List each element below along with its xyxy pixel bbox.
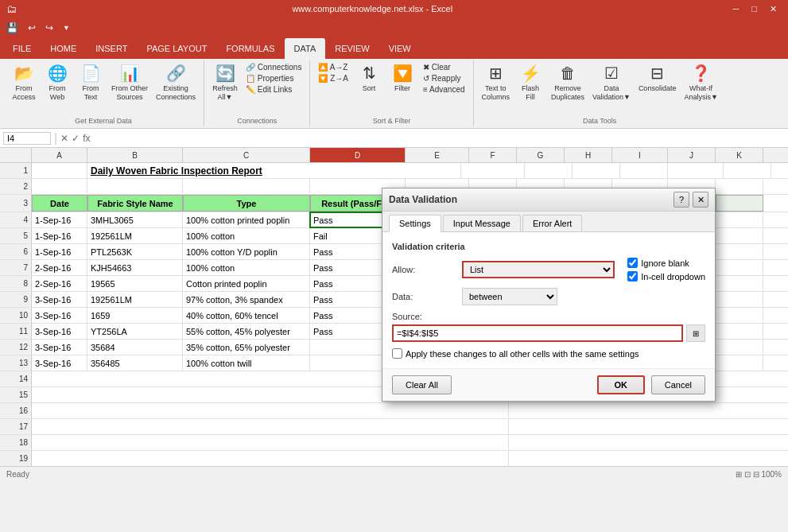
- sort-label: Sort: [363, 84, 376, 93]
- quick-access-toolbar: 💾 ↩ ↪ ▼: [0, 17, 788, 38]
- filter-button[interactable]: 🔽 Filter: [386, 62, 418, 95]
- cell-reference-input[interactable]: [3, 132, 51, 145]
- spreadsheet: A B C D E F G H I J K 1 Daily Woven Fabr…: [0, 148, 788, 482]
- dialog-close-button[interactable]: ✕: [693, 192, 708, 208]
- in-cell-dropdown-label: In-cell dropdown: [641, 272, 705, 282]
- dialog-body: Validation criteria Allow: List Ignore b…: [382, 232, 715, 368]
- data-val-icon: ☑: [604, 64, 619, 83]
- refresh-all-button[interactable]: 🔄 RefreshAll▼: [209, 62, 241, 103]
- source-row: ⊞: [392, 324, 705, 342]
- from-access-icon: 📂: [14, 64, 34, 83]
- apply-checkbox[interactable]: [392, 348, 402, 359]
- connections-label: Connections: [237, 115, 277, 125]
- ribbon-tabs: FILE HOME INSERT PAGE LAYOUT FORMULAS DA…: [0, 38, 788, 59]
- whatif-label: What-IfAnalysis▼: [684, 84, 717, 102]
- data-select[interactable]: between: [462, 288, 557, 305]
- sort-button[interactable]: ⇅ Sort: [353, 62, 385, 95]
- allow-select[interactable]: List: [462, 261, 615, 278]
- formula-input[interactable]: Pass: [94, 133, 786, 144]
- dialog-help-button[interactable]: ?: [673, 192, 689, 208]
- tab-home[interactable]: HOME: [41, 38, 86, 59]
- customize-btn[interactable]: ▼: [60, 22, 73, 33]
- insert-function-icon[interactable]: fx: [83, 133, 90, 144]
- sort-za-button[interactable]: 🔽 Z→A: [315, 73, 351, 83]
- from-web-label: FromWeb: [49, 84, 66, 102]
- dialog-tab-error-alert[interactable]: Error Alert: [522, 215, 583, 231]
- connections-button[interactable]: 🔗 Connections: [243, 62, 305, 72]
- from-text-button[interactable]: 📄 FromText: [75, 62, 107, 103]
- tab-file[interactable]: FILE: [3, 38, 41, 59]
- sort-icon: ⇅: [363, 64, 376, 83]
- undo-btn[interactable]: ↩: [25, 21, 39, 35]
- existing-conn-button[interactable]: 🔗 ExistingConnections: [153, 62, 199, 103]
- tab-view[interactable]: VIEW: [379, 38, 421, 59]
- properties-button[interactable]: 📋 Properties: [243, 73, 305, 83]
- existing-conn-icon: 🔗: [166, 64, 186, 83]
- sort-az-button[interactable]: 🔼 A→Z: [315, 62, 351, 72]
- ribbon-items-data-tools: ⊞ Text toColumns ⚡ FlashFill 🗑 RemoveDup…: [479, 62, 721, 115]
- from-other-icon: 📊: [120, 64, 140, 83]
- existing-conn-label: ExistingConnections: [156, 84, 196, 102]
- ribbon-items-external: 📂 FromAccess 🌐 FromWeb 📄 FromText 📊 From…: [8, 62, 199, 115]
- consolidate-button[interactable]: ⊟ Consolidate: [635, 62, 680, 95]
- clear-button[interactable]: ✖ Clear: [420, 62, 468, 72]
- formula-divider: |: [54, 131, 57, 146]
- source-picker-button[interactable]: ⊞: [686, 324, 705, 342]
- reapply-button[interactable]: ↺ Reapply: [420, 73, 468, 83]
- edit-links-button[interactable]: ✏️ Edit Links: [243, 84, 305, 95]
- redo-btn[interactable]: ↪: [42, 21, 56, 35]
- tab-formulas[interactable]: FORMULAS: [216, 38, 284, 59]
- save-quick-btn[interactable]: 💾: [3, 21, 21, 35]
- ribbon-group-external-data: 📂 FromAccess 🌐 FromWeb 📄 FromText 📊 From…: [3, 60, 204, 126]
- flash-fill-button[interactable]: ⚡ FlashFill: [514, 62, 546, 103]
- confirm-formula-icon[interactable]: ✓: [72, 133, 80, 144]
- from-access-button[interactable]: 📂 FromAccess: [8, 62, 40, 103]
- ribbon: 📂 FromAccess 🌐 FromWeb 📄 FromText 📊 From…: [0, 59, 788, 129]
- from-access-label: FromAccess: [12, 84, 35, 102]
- close-button[interactable]: ✕: [765, 4, 782, 14]
- advanced-button[interactable]: ≡ Advanced: [420, 84, 468, 95]
- tab-insert[interactable]: INSERT: [86, 38, 137, 59]
- allow-row: Allow: List Ignore blank In-cell dropdow…: [392, 258, 705, 282]
- data-validation-dialog: Data Validation ? ✕ Settings Input Messa…: [382, 188, 716, 402]
- clear-all-button[interactable]: Clear All: [392, 375, 452, 394]
- text-to-columns-button[interactable]: ⊞ Text toColumns: [479, 62, 514, 103]
- remove-duplicates-button[interactable]: 🗑 RemoveDuplicates: [548, 62, 588, 103]
- in-cell-dropdown-checkbox[interactable]: [627, 271, 638, 282]
- flash-fill-label: FlashFill: [522, 84, 539, 102]
- maximize-button[interactable]: □: [747, 4, 762, 14]
- sort-filter-label: Sort & Filter: [373, 115, 411, 125]
- ribbon-group-data-tools: ⊞ Text toColumns ⚡ FlashFill 🗑 RemoveDup…: [474, 60, 726, 126]
- sort-az-za: 🔼 A→Z 🔽 Z→A: [315, 62, 351, 83]
- from-web-icon: 🌐: [48, 64, 68, 83]
- tab-data[interactable]: DATA: [285, 38, 326, 59]
- data-label: Data:: [392, 292, 456, 301]
- ribbon-group-connections: 🔄 RefreshAll▼ 🔗 Connections 📋 Properties…: [204, 60, 310, 126]
- ribbon-items-sort: 🔼 A→Z 🔽 Z→A ⇅ Sort 🔽 Filter ✖ Clear ↺ Re…: [315, 62, 468, 115]
- conn-small-btns: 🔗 Connections 📋 Properties ✏️ Edit Links: [243, 62, 305, 95]
- dialog-tabs: Settings Input Message Error Alert: [382, 212, 715, 232]
- dialog-title: Data Validation: [389, 194, 457, 205]
- refresh-icon: 🔄: [215, 64, 235, 83]
- ok-button[interactable]: OK: [597, 375, 645, 394]
- remove-dup-label: RemoveDuplicates: [551, 84, 584, 102]
- minimize-button[interactable]: ─: [728, 4, 744, 14]
- ignore-blank-row: Ignore blank: [627, 258, 705, 268]
- dialog-tab-input-message[interactable]: Input Message: [443, 215, 521, 231]
- from-web-button[interactable]: 🌐 FromWeb: [41, 62, 73, 103]
- ignore-blank-checkbox[interactable]: [627, 258, 638, 268]
- tab-review[interactable]: REVIEW: [325, 38, 378, 59]
- source-picker-icon: ⊞: [693, 329, 699, 338]
- validation-criteria-title: Validation criteria: [392, 242, 705, 251]
- window-controls: ─ □ ✕: [728, 4, 782, 14]
- whatif-button[interactable]: ❓ What-IfAnalysis▼: [681, 62, 720, 103]
- tab-page-layout[interactable]: PAGE LAYOUT: [137, 38, 216, 59]
- source-input[interactable]: [392, 324, 683, 342]
- consolidate-label: Consolidate: [639, 84, 677, 93]
- data-validation-button[interactable]: ☑ DataValidation▼: [589, 62, 634, 103]
- data-between-row: Data: between: [392, 288, 705, 305]
- cancel-button[interactable]: Cancel: [651, 375, 705, 394]
- cancel-formula-icon[interactable]: ✕: [60, 133, 68, 144]
- from-other-button[interactable]: 📊 From OtherSources: [108, 62, 151, 103]
- dialog-tab-settings[interactable]: Settings: [389, 215, 441, 232]
